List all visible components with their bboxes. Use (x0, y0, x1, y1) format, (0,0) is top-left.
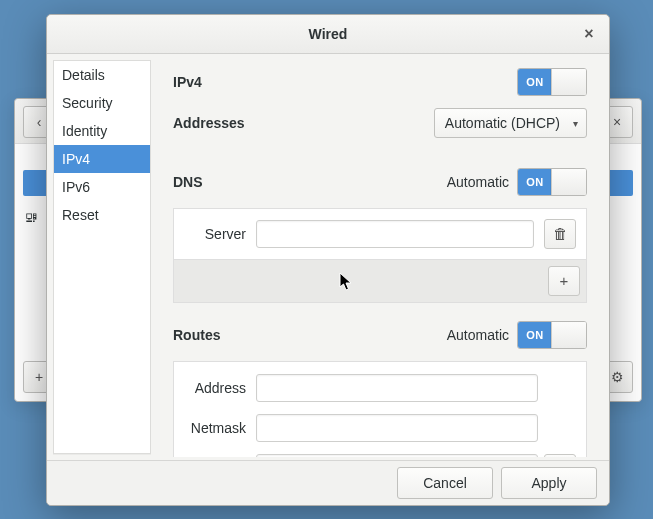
switch-on-label: ON (518, 322, 552, 348)
addresses-mode-value: Automatic (DHCP) (445, 115, 560, 131)
dns-heading: DNS (173, 174, 203, 190)
sidebar-item-reset[interactable]: Reset (54, 201, 150, 229)
route-gateway-row: Gateway (184, 448, 576, 457)
sidebar-item-ipv4[interactable]: IPv4 (54, 145, 150, 173)
plus-icon: + (560, 272, 569, 289)
dialog-sidebar: Details Security Identity IPv4 IPv6 Rese… (53, 60, 151, 455)
dns-automatic-label: Automatic (447, 174, 509, 190)
route-address-input[interactable] (256, 374, 538, 402)
route-remove-button[interactable]: 🗑 (544, 454, 576, 457)
ipv4-content: IPv4 ON Addresses Automatic (DHCP) ▾ DNS (151, 54, 609, 461)
sidebar-item-identity[interactable]: Identity (54, 117, 150, 145)
apply-button[interactable]: Apply (501, 467, 597, 499)
ipv4-heading: IPv4 (173, 74, 202, 90)
dialog-footer: Cancel Apply (47, 460, 609, 505)
sidebar-item-security[interactable]: Security (54, 89, 150, 117)
switch-on-label: ON (518, 69, 552, 95)
addresses-label: Addresses (173, 115, 245, 131)
routes-group: Address Netmask Gateway 🗑 (173, 361, 587, 457)
dns-servers-group: Server 🗑 + (173, 208, 587, 303)
dns-add-server-button[interactable]: + (548, 266, 580, 296)
switch-on-label: ON (518, 169, 552, 195)
routes-automatic-switch[interactable]: ON (517, 321, 587, 349)
switch-knob (551, 322, 586, 348)
cancel-button[interactable]: Cancel (397, 467, 493, 499)
ipv4-heading-row: IPv4 ON (173, 68, 587, 96)
close-icon: × (613, 114, 621, 130)
dns-add-row: + (174, 259, 586, 302)
routes-automatic-label: Automatic (447, 327, 509, 343)
chevron-left-icon: ‹ (37, 114, 42, 130)
dns-server-remove-button[interactable]: 🗑 (544, 219, 576, 249)
switch-knob (551, 169, 586, 195)
plus-icon: + (35, 369, 43, 385)
route-address-label: Address (184, 380, 246, 396)
dns-automatic-switch[interactable]: ON (517, 168, 587, 196)
route-gateway-input[interactable] (256, 454, 538, 457)
close-icon: × (584, 25, 593, 43)
sidebar-item-ipv6[interactable]: IPv6 (54, 173, 150, 201)
dialog-header: Wired × (47, 15, 609, 54)
chevron-down-icon: ▾ (573, 117, 578, 128)
route-netmask-input[interactable] (256, 414, 538, 442)
sidebar-item-details[interactable]: Details (54, 61, 150, 89)
addresses-mode-combo[interactable]: Automatic (DHCP) ▾ (434, 108, 587, 138)
dns-server-row: Server 🗑 (174, 209, 586, 259)
dns-server-input[interactable] (256, 220, 534, 248)
gear-icon: ⚙ (611, 369, 624, 385)
dialog-close-button[interactable]: × (579, 24, 599, 44)
ipv4-enable-switch[interactable]: ON (517, 68, 587, 96)
routes-heading: Routes (173, 327, 220, 343)
addresses-row: Addresses Automatic (DHCP) ▾ (173, 108, 587, 138)
routes-clip: Address Netmask Gateway 🗑 (173, 361, 587, 457)
dialog-body: Details Security Identity IPv4 IPv6 Rese… (47, 54, 609, 461)
trash-icon: 🗑 (553, 225, 568, 242)
monitor-icon: 🖳 (23, 210, 39, 225)
route-netmask-label: Netmask (184, 420, 246, 436)
switch-knob (551, 69, 586, 95)
dialog-title: Wired (309, 26, 348, 42)
routes-heading-row: Routes Automatic ON (173, 321, 587, 349)
wired-connection-dialog: Wired × Details Security Identity IPv4 I… (46, 14, 610, 506)
dns-heading-row: DNS Automatic ON (173, 168, 587, 196)
route-address-row: Address (184, 368, 576, 408)
dns-server-label: Server (184, 226, 246, 242)
route-netmask-row: Netmask (184, 408, 576, 448)
